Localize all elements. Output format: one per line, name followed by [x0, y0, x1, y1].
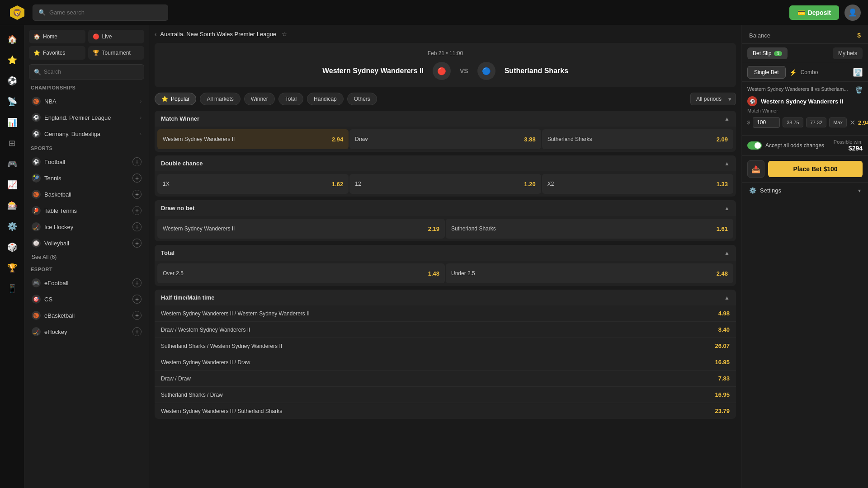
team1-logo: 🔴 — [433, 62, 451, 80]
market-total-header[interactable]: Total ▲ — [155, 245, 736, 261]
grid-icon-nav[interactable]: ⊞ — [3, 134, 22, 153]
ebasketball-add-button[interactable]: + — [132, 311, 142, 320]
star-icon-nav[interactable]: ⭐ — [3, 51, 22, 70]
tennis-icon: 🎾 — [32, 174, 41, 183]
bet-slip-tab[interactable]: Bet Slip 1 — [747, 47, 788, 59]
back-arrow-icon[interactable]: ‹ — [155, 31, 156, 38]
sidebar-item-cs[interactable]: 🎯 CS + — [29, 291, 144, 307]
football-add-button[interactable]: + — [132, 157, 142, 166]
cs-add-button[interactable]: + — [132, 295, 142, 304]
sidebar-home-button[interactable]: 🏠 Home — [29, 30, 85, 43]
sidebar: 🏠 Home 🔴 Live ⭐ Favorites 🏆 Tournament 🔍… — [24, 25, 149, 488]
user-avatar-button[interactable]: 👤 — [844, 5, 861, 21]
basketball-add-button[interactable]: + — [132, 190, 142, 199]
market-double-chance-header[interactable]: Double chance ▲ — [155, 155, 736, 171]
sidebar-tournament-button[interactable]: 🏆 Tournament — [88, 46, 145, 60]
home-icon-nav[interactable]: 🏠 — [3, 30, 22, 49]
single-bet-button[interactable]: Single Bet — [747, 66, 786, 79]
trophy-icon-nav[interactable]: 🏆 — [3, 258, 22, 277]
half-time-row-2[interactable]: Sutherland Sharks / Western Sydney Wande… — [155, 338, 736, 354]
filter-all-markets[interactable]: All markets — [200, 93, 240, 105]
market-half-time-header[interactable]: Half time/Main time ▲ — [155, 290, 736, 305]
sidebar-item-bundesliga[interactable]: ⚽ Germany. Bundesliga › — [29, 126, 144, 142]
volleyball-add-button[interactable]: + — [132, 239, 142, 248]
place-bet-section: 📤 Place Bet $100 — [742, 156, 868, 183]
sidebar-item-epl[interactable]: ⚽ England. Premier League › — [29, 109, 144, 126]
odds-cell-under[interactable]: Under 2.5 2.48 — [446, 263, 733, 283]
volleyball-icon: 🏐 — [32, 239, 41, 248]
sidebar-item-volleyball[interactable]: 🏐 Volleyball + — [29, 235, 144, 251]
ball-icon-nav[interactable]: ⚽ — [3, 71, 22, 90]
sidebar-search-bar[interactable]: 🔍 — [29, 64, 144, 80]
sidebar-item-tabletennis[interactable]: 🏓 Table Tennis + — [29, 202, 144, 219]
efootball-add-button[interactable]: + — [132, 278, 142, 287]
game-search-bar[interactable]: 🔍 — [33, 5, 168, 21]
sidebar-item-basketball[interactable]: 🏀 Basketball + — [29, 186, 144, 202]
filter-others[interactable]: Others — [347, 93, 377, 105]
casino-icon-nav[interactable]: 🎲 — [3, 238, 22, 257]
accept-odds-toggle[interactable] — [747, 141, 762, 150]
bet-amount-input[interactable] — [753, 117, 780, 128]
favorite-star-icon[interactable]: ☆ — [282, 31, 287, 38]
slots-icon-nav[interactable]: 🎰 — [3, 196, 22, 215]
logo-icon[interactable]: 🦁 — [7, 3, 27, 23]
sidebar-item-football[interactable]: ⚽ Football + — [29, 154, 144, 170]
clear-betslip-button[interactable]: 🗑️ — [853, 68, 863, 77]
filter-total[interactable]: Total — [278, 93, 303, 105]
tabletennis-add-button[interactable]: + — [132, 206, 142, 215]
live-icon-nav[interactable]: 📡 — [3, 92, 22, 111]
market-match-winner-header[interactable]: Match Winner ▲ — [155, 111, 736, 127]
tennis-add-button[interactable]: + — [132, 174, 142, 183]
sidebar-favorites-button[interactable]: ⭐ Favorites — [29, 46, 85, 60]
market-draw-no-bet-header[interactable]: Draw no bet ▲ — [155, 200, 736, 216]
quick-amount-2[interactable]: 77.32 — [806, 117, 827, 127]
half-time-row-4[interactable]: Draw / Draw 7.83 — [155, 371, 736, 387]
sidebar-item-ebasketball[interactable]: 🏀 eBasketball + — [29, 307, 144, 324]
half-time-row-1[interactable]: Draw / Western Sydney Wanderers II 8.40 — [155, 322, 736, 338]
deposit-button[interactable]: 💳 Deposit — [789, 5, 839, 20]
my-bets-tab[interactable]: My bets — [833, 47, 863, 59]
trending-icon-nav[interactable]: 📈 — [3, 175, 22, 194]
stats-icon-nav[interactable]: 📊 — [3, 113, 22, 132]
see-all-sports[interactable]: See All (6) — [29, 251, 59, 263]
bet-amount-clear[interactable]: ✕ — [849, 118, 855, 127]
half-time-row-0[interactable]: Western Sydney Wanderers II / Western Sy… — [155, 305, 736, 322]
odds-cell-team2-win[interactable]: Sutherland Sharks 2.09 — [542, 129, 733, 149]
half-time-row-6[interactable]: Western Sydney Wanderers II / Sutherland… — [155, 403, 736, 419]
bet-delete-button[interactable]: 🗑️ — [855, 86, 863, 94]
sidebar-item-icehockey[interactable]: 🏒 Ice Hockey + — [29, 219, 144, 235]
game-search-input[interactable] — [49, 9, 162, 16]
odds-cell-1x[interactable]: 1X 1.62 — [157, 174, 349, 194]
period-select[interactable]: All periods — [690, 93, 736, 105]
share-button[interactable]: 📤 — [747, 160, 764, 178]
odds-cell-dnb-team2[interactable]: Sutherland Sharks 1.61 — [446, 219, 733, 239]
settings-icon-nav[interactable]: ⚙️ — [3, 217, 22, 236]
half-time-row-3[interactable]: Western Sydney Wanderers II / Draw 16.95 — [155, 354, 736, 371]
place-bet-button[interactable]: Place Bet $100 — [768, 161, 863, 177]
quick-amount-1[interactable]: 38.75 — [783, 117, 803, 127]
sidebar-item-ehockey[interactable]: 🏒 eHockey + — [29, 324, 144, 340]
mobile-icon-nav[interactable]: 📱 — [3, 279, 22, 298]
sidebar-item-tennis[interactable]: 🎾 Tennis + — [29, 170, 144, 186]
draw-no-bet-title: Draw no bet — [161, 205, 194, 211]
sidebar-item-nba[interactable]: 🏀 NBA › — [29, 93, 144, 109]
quick-amount-max[interactable]: Max — [829, 117, 847, 127]
sidebar-live-button[interactable]: 🔴 Live — [88, 30, 145, 43]
odds-cell-dnb-team1[interactable]: Western Sydney Wanderers II 2.19 — [157, 219, 445, 239]
sidebar-item-efootball[interactable]: 🎮 eFootball + — [29, 275, 144, 291]
icehockey-add-button[interactable]: + — [132, 222, 142, 231]
cs-icon: 🎯 — [32, 295, 41, 304]
odds-cell-draw[interactable]: Draw 3.88 — [349, 129, 541, 149]
odds-cell-team1-win[interactable]: Western Sydney Wanderers II 2.94 — [157, 129, 349, 149]
odds-cell-over[interactable]: Over 2.5 1.48 — [157, 263, 445, 283]
ehockey-add-button[interactable]: + — [132, 327, 142, 336]
odds-cell-x2[interactable]: X2 1.33 — [542, 174, 733, 194]
half-time-row-5[interactable]: Sutherland Sharks / Draw 16.95 — [155, 387, 736, 403]
filter-winner[interactable]: Winner — [244, 93, 275, 105]
filter-handicap[interactable]: Handicap — [307, 93, 344, 105]
esport-icon-nav[interactable]: 🎮 — [3, 155, 22, 174]
sidebar-search-input[interactable] — [44, 69, 139, 75]
filter-popular[interactable]: ⭐ Popular — [155, 93, 196, 105]
odds-cell-12[interactable]: 12 1.20 — [349, 174, 541, 194]
settings-row[interactable]: ⚙️ Settings ▾ — [742, 183, 868, 198]
